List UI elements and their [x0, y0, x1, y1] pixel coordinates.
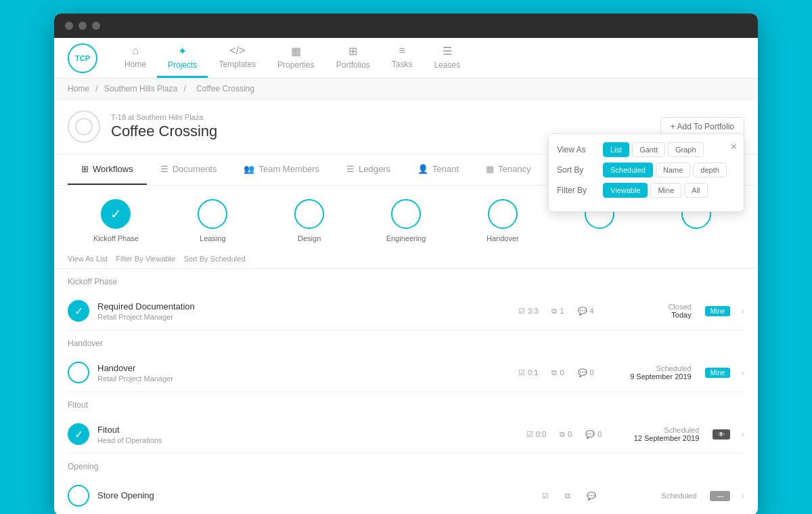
nav-item-properties[interactable]: ▦ Properties — [267, 38, 325, 78]
tab-documents[interactable]: ☰ Documents — [147, 154, 231, 185]
project-avatar — [68, 110, 100, 143]
nav-item-home[interactable]: ⌂ Home — [114, 38, 157, 78]
tab-workflows[interactable]: ⊞ Workflows — [68, 154, 147, 185]
nav-item-portfolios[interactable]: ⊞ Portfolios — [325, 38, 381, 78]
nav-label-properties: Properties — [277, 60, 315, 70]
stage-label-design: Design — [298, 234, 321, 242]
view-graph-button[interactable]: Graph — [668, 142, 704, 157]
task-check-kickoff: ✓ — [68, 300, 89, 322]
browser-dot-green — [92, 22, 100, 30]
projects-icon: ✦ — [178, 45, 187, 58]
task-date-value-fitout: 12 September 2019 — [618, 434, 699, 442]
filter-viewable-button[interactable]: Viewable — [603, 183, 648, 198]
stage-handover[interactable]: Handover — [454, 199, 551, 242]
comment-icon: 💬 — [585, 430, 595, 439]
meta-copies-handover: ⧉ 0 — [551, 368, 564, 377]
tab-team-members[interactable]: 👥 Team Members — [230, 154, 333, 185]
task-date-handover: Scheduled 9 September 2019 — [610, 364, 692, 381]
browser-window: TCP ⌂ Home ✦ Projects </> Templates ▦ Pr… — [54, 14, 758, 514]
stage-circle-design — [294, 199, 324, 229]
nav-label-tasks: Tasks — [392, 60, 413, 69]
logo[interactable]: TCP — [68, 43, 97, 73]
stage-circle-handover — [488, 199, 518, 229]
nav-label-home: Home — [125, 60, 146, 69]
sort-btn-group: Scheduled Name depth — [603, 163, 727, 177]
task-meta-opening: ☑ ⧉ 💬 — [542, 492, 599, 500]
breadcrumb-sep2: / — [183, 84, 188, 93]
stage-design[interactable]: Design — [261, 199, 358, 242]
popup-close-button[interactable]: × — [731, 141, 737, 153]
task-status-opening: Scheduled — [615, 492, 696, 500]
nav-item-leases[interactable]: ☰ Leases — [424, 38, 472, 78]
filter-mine-button[interactable]: Mine — [650, 183, 681, 198]
project-subtitle: T-18 at Southern Hills Plaza — [111, 113, 650, 121]
nav-label-projects: Projects — [168, 60, 197, 70]
table-row[interactable]: Handover Retail Project Manager ☑ 0:1 ⧉ … — [68, 354, 744, 392]
sort-depth-button[interactable]: depth — [693, 163, 727, 177]
view-btn-group: List Gantt Graph — [603, 142, 704, 157]
stage-leasing[interactable]: Leasing — [164, 199, 261, 242]
task-info-fitout: Fitout Head of Operations — [97, 425, 518, 444]
copy-icon: ⧉ — [551, 307, 557, 316]
task-name-kickoff: Required Documentation — [97, 301, 510, 312]
task-status-fitout: Scheduled — [618, 426, 699, 434]
popup-filter-by-label: Filter By — [557, 186, 597, 195]
task-assignee-fitout: Head of Operations — [97, 436, 518, 444]
checkbox-icon: ☑ — [542, 492, 549, 500]
filter-all-button[interactable]: All — [684, 183, 707, 198]
popup-sort-by-label: Sort By — [557, 165, 597, 175]
chevron-kickoff: › — [741, 305, 744, 316]
breadcrumb-home[interactable]: Home — [68, 84, 89, 93]
filter-view-as: View As List — [68, 255, 108, 263]
task-date-fitout: Scheduled 12 September 2019 — [618, 426, 699, 442]
chevron-fitout: › — [741, 429, 744, 440]
checkbox-icon: ☑ — [518, 307, 525, 316]
breadcrumb-plaza[interactable]: Southern Hills Plaza — [104, 84, 177, 93]
task-check-fitout: ✓ — [68, 423, 89, 445]
add-portfolio-label: + Add To Portfolio — [671, 122, 734, 131]
nav-item-projects[interactable]: ✦ Projects — [157, 38, 208, 78]
task-date-value-kickoff: Today — [610, 311, 692, 319]
nav-items: ⌂ Home ✦ Projects </> Templates ▦ Proper… — [114, 38, 471, 78]
stage-kickoff[interactable]: ✓ Kickoff Phase — [68, 199, 164, 242]
checkbox-icon: ☑ — [518, 368, 525, 377]
nav-item-tasks[interactable]: ≡ Tasks — [381, 38, 424, 78]
stage-label-leasing: Leasing — [200, 234, 226, 242]
table-row[interactable]: ✓ Required Documentation Retail Project … — [68, 292, 744, 330]
meta-comments-handover: 💬 0 — [578, 368, 594, 377]
view-list-button[interactable]: List — [603, 142, 629, 157]
view-gantt-button[interactable]: Gantt — [632, 142, 665, 157]
meta-comments-fitout: 💬 0 — [585, 430, 602, 439]
tab-tenant[interactable]: 👤 Tenant — [404, 154, 472, 185]
filter-bar: View As List Filter By Viewable Sort By … — [54, 249, 758, 269]
stage-label-engineering: Engineering — [386, 234, 426, 242]
comment-icon: 💬 — [578, 307, 587, 316]
meta-copies-fitout: ⧉ 0 — [560, 430, 572, 439]
nav-item-templates[interactable]: </> Templates — [208, 38, 267, 78]
tasks-icon: ≡ — [399, 45, 405, 57]
nav-bar: TCP ⌂ Home ✦ Projects </> Templates ▦ Pr… — [54, 38, 758, 79]
eye-badge-fitout: 👁 — [713, 429, 730, 440]
popup-row-sort-by: Sort By Scheduled Name depth — [557, 163, 736, 177]
portfolios-icon: ⊞ — [348, 45, 357, 58]
task-date-opening: Scheduled — [615, 492, 696, 500]
sort-scheduled-button[interactable]: Scheduled — [603, 163, 653, 177]
tab-ledgers[interactable]: ☰ Ledgers — [333, 154, 404, 185]
copy-icon: ⧉ — [565, 492, 570, 500]
browser-chrome — [54, 14, 758, 38]
tab-tenancy[interactable]: ▦ Tenancy — [472, 154, 544, 185]
task-status-kickoff: Closed — [610, 303, 692, 311]
sort-name-button[interactable]: Name — [656, 163, 690, 177]
templates-icon: </> — [229, 45, 245, 57]
team-members-icon: 👥 — [244, 164, 254, 174]
checks-value-fitout: 0:0 — [536, 430, 546, 438]
task-name-opening: Store Opening — [97, 490, 534, 500]
table-row[interactable]: ✓ Fitout Head of Operations ☑ 0:0 ⧉ 0 💬 … — [68, 415, 744, 454]
stage-engineering[interactable]: Engineering — [358, 199, 455, 242]
meta-checks-fitout: ☑ 0:0 — [526, 430, 546, 439]
section-handover: Handover — [68, 330, 744, 354]
table-row[interactable]: Store Opening ☑ ⧉ 💬 Scheduled — [68, 477, 744, 514]
comments-value-kickoff: 4 — [590, 307, 594, 315]
meta-copies-opening: ⧉ — [565, 492, 573, 500]
ledgers-icon: ☰ — [346, 164, 355, 174]
